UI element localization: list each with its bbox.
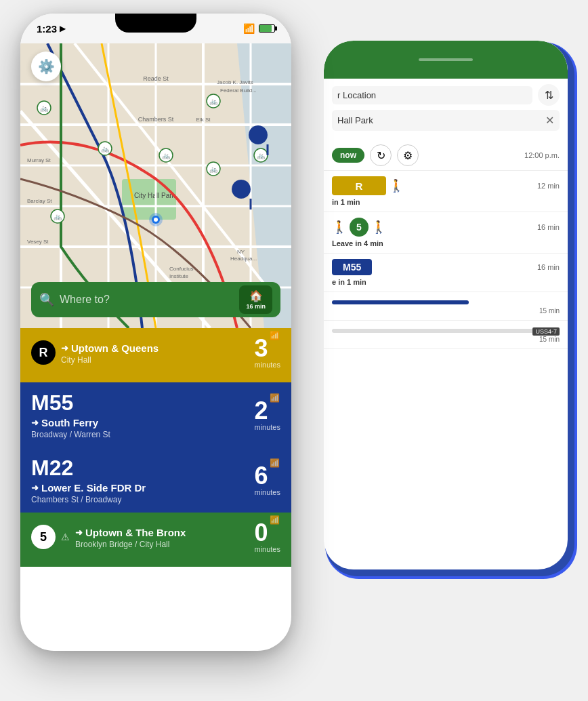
search-icon: 🔍: [39, 292, 54, 307]
svg-text:Institute: Institute: [169, 273, 189, 279]
back-row-r[interactable]: R 🚶 12 min in 1 min: [324, 171, 568, 212]
blue-progress-bar: [332, 300, 469, 304]
now-button[interactable]: now: [332, 148, 364, 163]
svg-text:🚲: 🚲: [209, 97, 218, 106]
phone-front: 1:23 ▶ 📶 City Hall Park: [20, 14, 291, 651]
r-destination: Uptown & Queens: [61, 342, 249, 354]
r-badge: R: [332, 176, 386, 195]
svg-text:🚲: 🚲: [209, 165, 218, 174]
r-duration: 12 min: [537, 182, 560, 190]
svg-text:Chambers St: Chambers St: [138, 116, 174, 123]
back-swap-button[interactable]: ⇅: [538, 84, 560, 106]
search-bar[interactable]: 🔍 Where to? 🏠 16 min: [31, 282, 280, 317]
back-transit-list: R 🚶 12 min in 1 min 🚶 5: [324, 171, 568, 569]
transit-item-5[interactable]: 5 ⚠ Uptown & The Bronx Brooklyn Bridge /…: [20, 513, 291, 567]
walk-icon-right: 🚶: [389, 178, 404, 193]
status-time: 1:23: [37, 23, 57, 35]
m55-destination: South Ferry: [31, 417, 249, 428]
map-area: City Hall Park: [20, 43, 291, 328]
svg-text:Confucius: Confucius: [169, 266, 194, 272]
five-duration: 16 min: [537, 223, 560, 231]
m22-route-name: M22: [31, 456, 73, 481]
battery-icon: [259, 24, 275, 33]
scene: r Location ⇅ Hall Park ✕ now: [0, 0, 588, 701]
svg-text:Barclay St: Barclay St: [27, 198, 52, 204]
swap-icon: ⇅: [545, 89, 553, 102]
status-icons: 📶: [243, 23, 275, 34]
location-arrow-icon: ▶: [60, 24, 66, 33]
five-stop: Brooklyn Bridge / City Hall: [75, 540, 249, 549]
bar2-duration: 15 min: [332, 336, 560, 343]
svg-text:🚲: 🚲: [162, 151, 171, 160]
svg-text:Elk St: Elk St: [196, 117, 211, 123]
svg-text:🚲: 🚲: [101, 144, 110, 153]
back-row-m55[interactable]: M55 16 min e in 1 min: [324, 254, 568, 292]
m55-stop: Broadway / Warren St: [31, 430, 249, 439]
svg-text:🚲: 🚲: [257, 151, 266, 160]
m55-badge: M55: [332, 259, 372, 275]
five-depart: Leave in 4 min: [332, 239, 383, 247]
clear-button[interactable]: ✕: [545, 114, 554, 127]
home-button[interactable]: 🏠 16 min: [239, 285, 272, 314]
five-route-badge: 5: [31, 525, 56, 549]
walk-icon-right-5: 🚶: [371, 220, 386, 235]
m55-minutes: 2 📶 minutes: [254, 399, 280, 431]
svg-text:🚲: 🚲: [54, 212, 62, 221]
refresh-button[interactable]: ↻: [370, 144, 392, 166]
back-to-input[interactable]: Hall Park ✕: [332, 110, 560, 131]
transit-item-m55[interactable]: M55 South Ferry Broadway / Warren St 2 📶: [20, 382, 291, 447]
transit-item-m22[interactable]: M22 Lower E. Side FDR Dr Chambers St / B…: [20, 447, 291, 513]
search-placeholder: Where to?: [60, 294, 239, 306]
time-label: 12:00 p.m.: [524, 151, 560, 159]
m55-route-name: M55: [31, 390, 73, 416]
phone-back: r Location ⇅ Hall Park ✕ now: [324, 41, 568, 569]
back-from-label: r Location: [337, 90, 376, 100]
back-header: [324, 41, 568, 79]
transit-list: R Uptown & Queens City Hall 3 📶: [20, 328, 291, 651]
svg-text:Reade St: Reade St: [143, 75, 169, 82]
back-search-area: r Location ⇅ Hall Park ✕: [324, 79, 568, 140]
back-row-5[interactable]: 🚶 5 🚶 16 min Leave in 4 min: [324, 212, 568, 254]
wifi-icon: 📶: [243, 23, 255, 34]
m22-stop: Chambers St / Broadway: [31, 495, 249, 504]
svg-text:Vesey St: Vesey St: [27, 239, 49, 245]
alert-icon: ⚠: [61, 532, 70, 542]
m55-duration: 16 min: [537, 263, 560, 271]
svg-point-26: [154, 218, 158, 222]
r-wifi-icon: 📶: [270, 331, 280, 340]
m22-destination: Lower E. Side FDR Dr: [31, 482, 249, 494]
five-badge: 5: [350, 218, 369, 237]
back-row-bar2[interactable]: USS4-7 15 min: [324, 321, 568, 349]
walk-icon-left-5: 🚶: [332, 220, 347, 235]
svg-text:Murray St: Murray St: [27, 157, 51, 163]
m55-wifi-icon: 📶: [270, 393, 280, 403]
home-label: 16 min: [246, 303, 266, 310]
back-from-input[interactable]: r Location: [332, 86, 532, 104]
svg-text:Jacob K. Javits: Jacob K. Javits: [217, 79, 253, 85]
back-to-row: Hall Park ✕: [332, 110, 560, 131]
r-stop: City Hall: [61, 355, 249, 365]
m55-depart: e in 1 min: [332, 278, 366, 286]
five-minutes: 0 📶 minutes: [254, 521, 280, 553]
r-minutes: 3 📶 minutes: [254, 336, 280, 369]
back-row-bar1[interactable]: 15 min: [324, 292, 568, 321]
transit-item-r[interactable]: R Uptown & Queens City Hall 3 📶: [20, 328, 291, 382]
svg-text:🚲: 🚲: [40, 104, 49, 113]
gear-icon: ⚙️: [38, 58, 55, 75]
back-from-row: r Location ⇅: [332, 84, 560, 106]
m22-minutes: 6 📶 minutes: [254, 464, 280, 496]
home-icon: 🏠: [249, 289, 263, 302]
gray-progress-bar: USS4-7: [332, 329, 560, 333]
battery-fill: [259, 25, 272, 32]
m22-wifi-icon: 📶: [270, 458, 280, 468]
svg-text:NY: NY: [237, 249, 245, 255]
svg-text:Federal Build...: Federal Build...: [220, 87, 257, 94]
back-controls: now ↻ ⚙ 12:00 p.m.: [324, 140, 568, 171]
r-depart: in 1 min: [332, 198, 360, 206]
settings-button[interactable]: ⚙: [397, 144, 419, 166]
five-destination: Uptown & The Bronx: [75, 527, 249, 538]
back-to-label: Hall Park: [337, 115, 373, 125]
settings-map-button[interactable]: ⚙️: [31, 52, 61, 81]
bar1-duration: 15 min: [332, 307, 560, 315]
gear-icon: ⚙: [403, 149, 413, 162]
